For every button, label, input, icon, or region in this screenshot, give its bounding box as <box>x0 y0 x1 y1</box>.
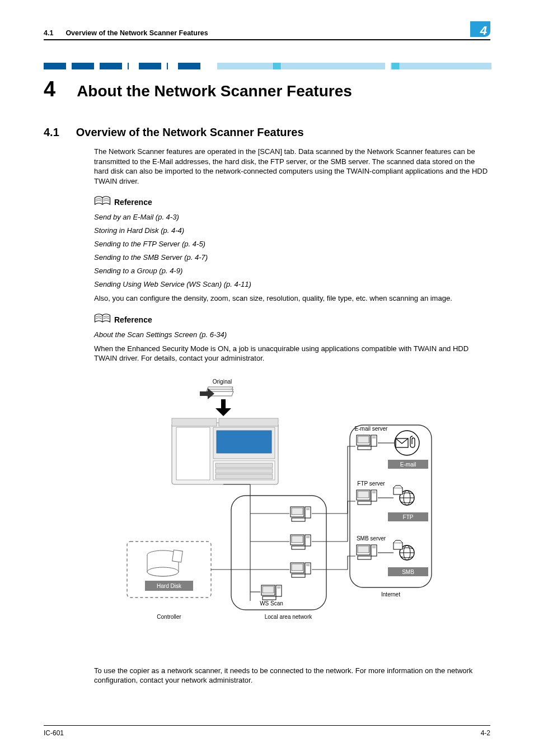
decorative-stripe <box>44 63 490 71</box>
open-book-icon <box>94 195 111 209</box>
body-paragraph: When the Enhanced Security Mode is ON, a… <box>94 344 490 363</box>
envelope-icon <box>396 438 408 447</box>
svg-rect-21 <box>172 418 217 426</box>
intro-paragraph: The Network Scanner features are operate… <box>94 147 490 186</box>
reference-label: Reference <box>114 315 152 324</box>
closing-paragraph: To use the copier as a network scanner, … <box>94 666 490 685</box>
svg-rect-19 <box>216 469 273 473</box>
globe-folder-icon <box>394 486 414 505</box>
page-footer: IC-601 4-2 <box>44 725 490 737</box>
section-title: Overview of the Network Scanner Features <box>76 126 304 139</box>
header-section-title: Overview of the Network Scanner Features <box>65 29 208 37</box>
diagram-label-hdd: Hard Disk <box>157 583 182 589</box>
network-scanner-diagram: Original <box>93 379 441 654</box>
svg-rect-14 <box>176 427 210 480</box>
running-header: 4.1 Overview of the Network Scanner Feat… <box>44 21 490 40</box>
chapter-badge: 4 <box>470 21 490 37</box>
pc-icon <box>291 507 311 521</box>
reference-item: Sending Using Web Service (WS Scan) (p. … <box>94 280 490 288</box>
reference-label: Reference <box>114 198 152 207</box>
server-pc-icon <box>357 435 377 450</box>
svg-point-25 <box>147 567 179 576</box>
diagram-label-original: Original <box>213 379 232 385</box>
svg-rect-20 <box>216 474 273 479</box>
pc-icon <box>261 585 282 600</box>
diagram-label-internet: Internet <box>381 591 400 598</box>
reference-heading-1: Reference <box>94 195 490 209</box>
hard-disk-icon <box>147 550 182 576</box>
mfp-printer-icon <box>172 418 278 484</box>
reference-item: Send by an E-Mail (p. 4-3) <box>94 213 490 221</box>
controller-box: Hard Disk <box>127 542 211 598</box>
svg-rect-22 <box>219 418 278 426</box>
diagram-label-lan: Local area network <box>265 614 312 620</box>
pc-icon <box>291 535 311 549</box>
svg-rect-16 <box>217 431 271 453</box>
reference-item: Sending to the SMB Server (p. 4-7) <box>94 253 490 262</box>
svg-rect-40 <box>394 488 402 494</box>
section-number: 4.1 <box>44 126 59 139</box>
footer-right: 4-2 <box>481 729 490 737</box>
reference-list-2: About the Scan Settings Screen (p. 6-34) <box>94 330 490 339</box>
chapter-heading: 4 About the Network Scanner Features <box>44 77 490 101</box>
reference-item: About the Scan Settings Screen (p. 6-34) <box>94 330 490 339</box>
chapter-number: 4 <box>44 77 55 101</box>
pc-icon <box>291 563 311 577</box>
paper-stack-icon <box>200 387 233 399</box>
diagram-label-ftp-server: FTP server <box>357 480 385 487</box>
lan-wiring <box>211 484 289 601</box>
body-paragraph: Also, you can configure the density, zoo… <box>94 293 490 304</box>
footer-left: IC-601 <box>44 729 64 737</box>
header-section-number: 4.1 <box>44 29 53 37</box>
reference-item: Sending to a Group (p. 4-9) <box>94 267 490 275</box>
chapter-badge-number: 4 <box>480 24 487 38</box>
svg-rect-43 <box>394 543 402 549</box>
section-heading: 4.1 Overview of the Network Scanner Feat… <box>44 126 490 139</box>
open-book-icon <box>94 312 111 327</box>
reference-item: Storing in Hard Disk (p. 4-4) <box>94 226 490 235</box>
diagram-label-email-server: E-mail server <box>355 426 388 432</box>
diagram-label-controller: Controller <box>157 614 181 620</box>
reference-list-1: Send by an E-Mail (p. 4-3) Storing in Ha… <box>94 213 490 288</box>
down-arrow-icon <box>216 399 231 416</box>
reference-heading-2: Reference <box>94 312 490 327</box>
diagram-label-smb: SMB <box>402 569 414 575</box>
server-pc-icon <box>357 545 377 559</box>
server-pc-icon <box>357 490 377 505</box>
server-wiring <box>312 446 355 570</box>
diagram-label-ftp: FTP <box>403 514 414 520</box>
reference-item: Sending to the FTP Server (p. 4-5) <box>94 240 490 248</box>
diagram-label-email: E-mail <box>400 461 416 468</box>
diagram-label-smb-server: SMB server <box>357 535 386 542</box>
svg-rect-26 <box>172 550 183 562</box>
svg-rect-18 <box>216 463 273 468</box>
diagram-label-wsscan: WS Scan <box>260 600 283 606</box>
globe-folder-icon <box>394 540 414 560</box>
chapter-title: About the Network Scanner Features <box>77 82 352 100</box>
